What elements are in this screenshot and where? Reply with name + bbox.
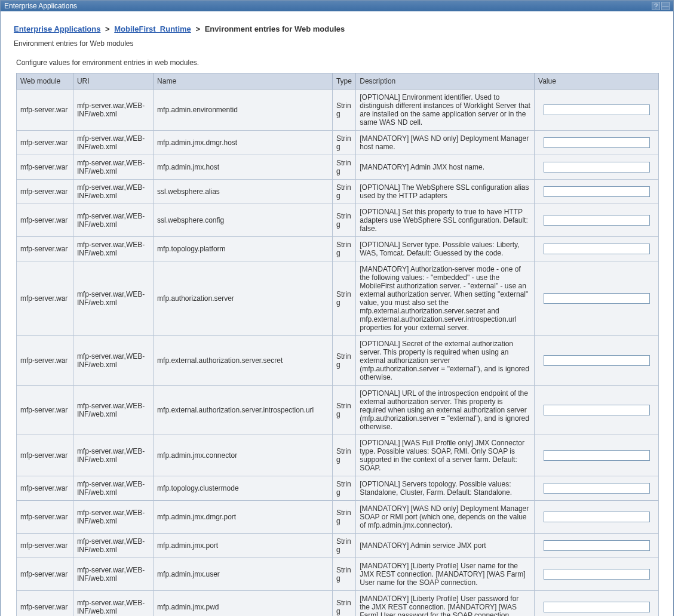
cell-web-module: mfp-server.war xyxy=(17,386,73,435)
col-header-uri: URI xyxy=(73,73,153,90)
cell-name: mfp.external.authorization.server.intros… xyxy=(154,386,333,435)
cell-name: mfp.topology.clustermode xyxy=(154,476,333,501)
value-input[interactable] xyxy=(544,483,650,494)
cell-web-module: mfp-server.war xyxy=(17,261,73,336)
cell-uri: mfp-server.war,WEB-INF/web.xml xyxy=(73,155,153,180)
cell-type: String xyxy=(332,90,355,131)
table-row: mfp-server.warmfp-server.war,WEB-INF/web… xyxy=(17,131,659,155)
value-input[interactable] xyxy=(544,540,650,551)
value-input[interactable] xyxy=(544,293,650,304)
cell-type: String xyxy=(332,476,355,501)
cell-web-module: mfp-server.war xyxy=(17,180,73,204)
cell-type: String xyxy=(332,591,355,617)
cell-value xyxy=(535,237,659,261)
cell-uri: mfp-server.war,WEB-INF/web.xml xyxy=(73,131,153,155)
table-row: mfp-server.warmfp-server.war,WEB-INF/web… xyxy=(17,558,659,591)
cell-web-module: mfp-server.war xyxy=(17,501,73,534)
cell-type: String xyxy=(332,435,355,476)
cell-value xyxy=(535,591,659,617)
cell-name: ssl.websphere.config xyxy=(154,204,333,237)
cell-uri: mfp-server.war,WEB-INF/web.xml xyxy=(73,591,153,617)
table-row: mfp-server.warmfp-server.war,WEB-INF/web… xyxy=(17,591,659,617)
cell-web-module: mfp-server.war xyxy=(17,476,73,501)
cell-value xyxy=(535,261,659,336)
value-input[interactable] xyxy=(544,512,650,522)
cell-value xyxy=(535,558,659,591)
cell-name: mfp.admin.jmx.dmgr.port xyxy=(154,501,333,534)
cell-uri: mfp-server.war,WEB-INF/web.xml xyxy=(73,476,153,501)
cell-uri: mfp-server.war,WEB-INF/web.xml xyxy=(73,90,153,131)
cell-name: mfp.admin.jmx.user xyxy=(154,558,333,591)
value-input[interactable] xyxy=(544,186,650,197)
cell-type: String xyxy=(332,237,355,261)
cell-value xyxy=(535,336,659,386)
table-row: mfp-server.warmfp-server.war,WEB-INF/web… xyxy=(17,435,659,476)
col-header-value: Value xyxy=(535,73,659,90)
value-input[interactable] xyxy=(544,602,650,612)
cell-uri: mfp-server.war,WEB-INF/web.xml xyxy=(73,180,153,204)
value-input[interactable] xyxy=(544,355,650,366)
cell-web-module: mfp-server.war xyxy=(17,534,73,558)
table-row: mfp-server.warmfp-server.war,WEB-INF/web… xyxy=(17,90,659,131)
cell-value xyxy=(535,204,659,237)
col-header-type: Type xyxy=(332,73,355,90)
minimize-icon[interactable]: — xyxy=(661,2,670,10)
cell-value xyxy=(535,534,659,558)
value-input[interactable] xyxy=(544,405,650,415)
cell-description: [MANDATORY] Authorization-server mode - … xyxy=(356,261,535,336)
table-row: mfp-server.warmfp-server.war,WEB-INF/web… xyxy=(17,336,659,386)
cell-name: ssl.websphere.alias xyxy=(154,180,333,204)
cell-value xyxy=(535,155,659,180)
col-header-description: Description xyxy=(356,73,535,90)
cell-web-module: mfp-server.war xyxy=(17,237,73,261)
titlebar: Enterprise Applications ? — xyxy=(1,1,673,11)
cell-web-module: mfp-server.war xyxy=(17,336,73,386)
cell-uri: mfp-server.war,WEB-INF/web.xml xyxy=(73,261,153,336)
cell-value xyxy=(535,131,659,155)
cell-name: mfp.admin.environmentid xyxy=(154,90,333,131)
cell-description: [MANDATORY] [WAS ND only] Deployment Man… xyxy=(356,131,535,155)
value-input[interactable] xyxy=(544,104,650,115)
value-input[interactable] xyxy=(544,162,650,173)
help-icon[interactable]: ? xyxy=(652,2,660,10)
panel-title: Enterprise Applications xyxy=(4,2,77,10)
cell-description: [OPTIONAL] Set this property to true to … xyxy=(356,204,535,237)
table-row: mfp-server.warmfp-server.war,WEB-INF/web… xyxy=(17,386,659,435)
cell-type: String xyxy=(332,180,355,204)
panel: Enterprise Applications ? — Enterprise A… xyxy=(0,0,674,616)
breadcrumb-link-enterprise-apps[interactable]: Enterprise Applications xyxy=(14,24,100,33)
cell-name: mfp.admin.jmx.port xyxy=(154,534,333,558)
table-row: mfp-server.warmfp-server.war,WEB-INF/web… xyxy=(17,155,659,180)
value-input[interactable] xyxy=(544,569,650,580)
cell-name: mfp.authorization.server xyxy=(154,261,333,336)
cell-type: String xyxy=(332,204,355,237)
table-row: mfp-server.warmfp-server.war,WEB-INF/web… xyxy=(17,501,659,534)
value-input[interactable] xyxy=(544,244,650,254)
cell-description: [MANDATORY] [WAS ND only] Deployment Man… xyxy=(356,501,535,534)
value-input[interactable] xyxy=(544,450,650,461)
breadcrumb-sep-2: > xyxy=(195,24,200,33)
cell-uri: mfp-server.war,WEB-INF/web.xml xyxy=(73,237,153,261)
cell-description: [MANDATORY] [Liberty Profile] User name … xyxy=(356,558,535,591)
value-input[interactable] xyxy=(544,215,650,226)
cell-type: String xyxy=(332,131,355,155)
cell-value xyxy=(535,476,659,501)
table-row: mfp-server.warmfp-server.war,WEB-INF/web… xyxy=(17,204,659,237)
breadcrumb-link-mobilefirst-runtime[interactable]: MobileFirst_Runtime xyxy=(114,24,191,33)
cell-name: mfp.topology.platform xyxy=(154,237,333,261)
env-entries-table: Web module URI Name Type Description Val… xyxy=(16,73,659,616)
cell-uri: mfp-server.war,WEB-INF/web.xml xyxy=(73,534,153,558)
cell-description: [OPTIONAL] Server type. Possible values:… xyxy=(356,237,535,261)
cell-web-module: mfp-server.war xyxy=(17,131,73,155)
cell-value xyxy=(535,435,659,476)
cell-description: [OPTIONAL] Secret of the external author… xyxy=(356,336,535,386)
cell-value xyxy=(535,501,659,534)
table-header-row: Web module URI Name Type Description Val… xyxy=(17,73,659,90)
value-input[interactable] xyxy=(544,137,650,148)
cell-description: [OPTIONAL] [WAS Full Profile only] JMX C… xyxy=(356,435,535,476)
cell-type: String xyxy=(332,336,355,386)
cell-uri: mfp-server.war,WEB-INF/web.xml xyxy=(73,204,153,237)
cell-type: String xyxy=(332,558,355,591)
page-description: Configure values for environment entries… xyxy=(16,58,660,67)
cell-uri: mfp-server.war,WEB-INF/web.xml xyxy=(73,558,153,591)
